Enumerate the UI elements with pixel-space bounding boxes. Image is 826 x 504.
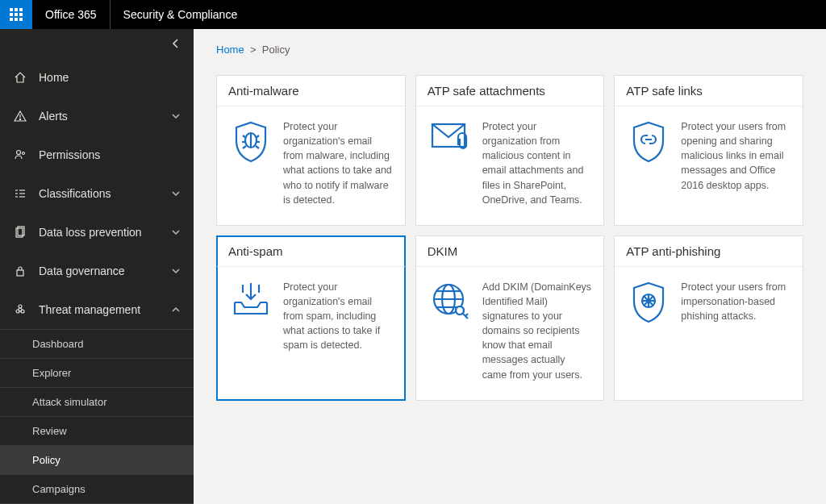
card-title: ATP safe links: [615, 76, 803, 106]
waffle-icon: [10, 8, 23, 21]
sidebar-item-label: Permissions: [39, 148, 100, 161]
card-anti-malware[interactable]: Anti-malware Protect your organization's…: [216, 75, 406, 226]
card-dkim[interactable]: DKIM: [415, 235, 605, 401]
breadcrumb-separator: >: [250, 44, 257, 56]
sidebar-item-label: Data loss prevention: [39, 226, 142, 239]
app-name-label: Security & Compliance: [111, 8, 251, 21]
svg-rect-5: [19, 13, 23, 16]
home-icon: [13, 71, 27, 84]
sidebar-sub-review[interactable]: Review: [0, 417, 194, 446]
inbox-download-icon: [228, 280, 273, 325]
sidebar-item-permissions[interactable]: Permissions: [0, 135, 194, 174]
sidebar-item-threat-management[interactable]: Threat management: [0, 290, 194, 329]
dlp-icon: [13, 226, 27, 239]
card-desc: Protect your organization's email from m…: [283, 119, 394, 207]
card-desc: Add DKIM (DomainKeys Identified Mail) si…: [482, 280, 593, 382]
svg-rect-2: [19, 8, 23, 11]
sidebar: Home Alerts Permissions Classifications: [0, 29, 194, 504]
sidebar-item-dlp[interactable]: Data loss prevention: [0, 213, 194, 252]
sidebar-item-label: Classifications: [39, 187, 111, 200]
sidebar-item-alerts[interactable]: Alerts: [0, 97, 194, 135]
sidebar-sub-dashboard[interactable]: Dashboard: [0, 330, 194, 359]
sidebar-sub-campaigns[interactable]: Campaigns: [0, 475, 194, 504]
sidebar-item-home[interactable]: Home: [0, 58, 194, 97]
classifications-icon: [13, 187, 27, 200]
svg-point-11: [17, 151, 21, 155]
card-title: DKIM: [416, 236, 604, 267]
svg-rect-3: [10, 13, 13, 16]
svg-point-23: [19, 305, 22, 308]
envelope-attachment-icon: [428, 119, 473, 165]
policy-cards-grid: Anti-malware Protect your organization's…: [216, 75, 803, 401]
globe-key-icon: [428, 280, 473, 325]
card-atp-anti-phishing[interactable]: ATP anti-phishing Protect your users fro…: [614, 235, 803, 401]
svg-line-32: [243, 146, 246, 148]
card-atp-safe-links[interactable]: ATP safe links Protect your users from o…: [614, 75, 803, 226]
sidebar-item-classifications[interactable]: Classifications: [0, 174, 194, 213]
sidebar-item-label: Data governance: [39, 264, 125, 277]
sidebar-item-label: Home: [39, 71, 69, 84]
breadcrumb: Home > Policy: [216, 44, 803, 56]
sidebar-sub-policy[interactable]: Policy: [0, 446, 194, 475]
svg-point-12: [23, 152, 25, 155]
top-bar: Office 365 Security & Compliance: [0, 0, 826, 29]
chevron-down-icon: [171, 227, 181, 237]
svg-rect-4: [15, 13, 18, 16]
svg-line-33: [256, 146, 259, 148]
svg-rect-8: [19, 18, 23, 21]
chevron-down-icon: [171, 189, 181, 198]
chevron-up-icon: [171, 305, 181, 314]
card-desc: Protect your organization's email from s…: [283, 280, 394, 353]
card-title: Anti-spam: [217, 236, 405, 267]
svg-rect-21: [17, 270, 23, 276]
main-content: Home > Policy Anti-malware: [194, 29, 826, 504]
card-title: ATP safe attachments: [416, 76, 604, 106]
card-title: ATP anti-phishing: [615, 236, 803, 267]
card-desc: Protect your users from impersonation-ba…: [681, 280, 791, 325]
sidebar-item-label: Alerts: [39, 110, 68, 123]
brand-label[interactable]: Office 365: [32, 0, 111, 29]
sidebar-sub-attack-simulator[interactable]: Attack simulator: [0, 388, 194, 417]
sidebar-item-label: Threat management: [39, 303, 140, 316]
svg-rect-0: [10, 8, 13, 11]
card-title: Anti-malware: [217, 76, 405, 106]
chevron-down-icon: [171, 111, 181, 121]
card-anti-spam[interactable]: Anti-spam Protect your organization's em…: [216, 235, 406, 401]
card-desc: Protect your organization from malicious…: [482, 119, 593, 207]
chevron-down-icon: [171, 266, 181, 276]
shield-link-icon: [626, 119, 671, 165]
sidebar-sub-explorer[interactable]: Explorer: [0, 359, 194, 388]
svg-rect-6: [10, 18, 13, 21]
shield-wheel-icon: [626, 280, 671, 325]
card-desc: Protect your users from opening and shar…: [681, 119, 791, 193]
breadcrumb-home-link[interactable]: Home: [216, 44, 244, 56]
svg-point-10: [19, 119, 20, 119]
shield-bug-icon: [228, 119, 273, 165]
card-atp-safe-attachments[interactable]: ATP safe attachments Protect your organi…: [415, 75, 605, 226]
svg-line-46: [465, 314, 468, 316]
collapse-sidebar-button[interactable]: [171, 39, 181, 48]
sidebar-item-data-governance[interactable]: Data governance: [0, 252, 194, 290]
svg-rect-7: [15, 18, 18, 21]
breadcrumb-current: Policy: [262, 44, 290, 56]
biohazard-icon: [13, 303, 27, 316]
chevron-left-icon: [171, 39, 181, 48]
permissions-icon: [13, 148, 27, 161]
threat-management-subnav: Dashboard Explorer Attack simulator Revi…: [0, 329, 194, 504]
lock-icon: [13, 264, 27, 277]
app-launcher-button[interactable]: [0, 0, 32, 29]
alert-icon: [13, 110, 27, 123]
svg-rect-1: [15, 8, 18, 11]
